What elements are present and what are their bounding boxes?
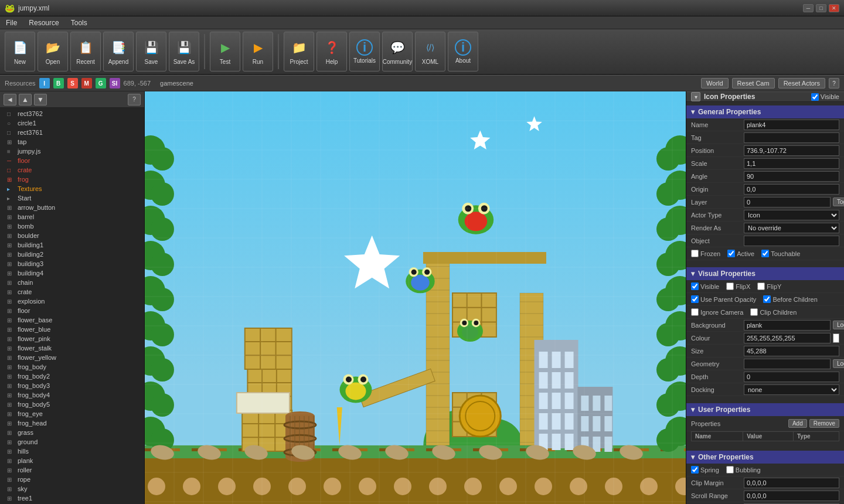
tool-new[interactable]: 📄 New <box>5 32 35 71</box>
tool-test[interactable]: ▶ Test <box>210 32 240 71</box>
maximize-button[interactable]: □ <box>816 4 826 12</box>
menu-file[interactable]: File <box>0 16 23 29</box>
game-canvas[interactable] <box>145 91 686 504</box>
tree-item-frog-red[interactable]: ⊞frog <box>0 175 144 184</box>
background-input[interactable] <box>744 320 831 331</box>
badge-si[interactable]: SI <box>110 78 120 88</box>
tree-item-ground[interactable]: ⊞ground <box>0 437 144 447</box>
minimize-button[interactable]: ─ <box>803 4 814 12</box>
tree-item-tap[interactable]: ⊞tap <box>0 137 144 147</box>
tree-item-flower-yellow[interactable]: ⊞flower_yellow <box>0 353 144 362</box>
active-checkbox-item[interactable]: Active <box>727 250 754 257</box>
tree-item-plank[interactable]: ⊞plank <box>0 456 144 465</box>
ignore-camera-checkbox[interactable] <box>691 308 699 316</box>
tree-item-crate[interactable]: ⊞crate <box>0 287 144 297</box>
tool-append[interactable]: 📑 Append <box>103 32 134 71</box>
size-input[interactable] <box>744 346 839 356</box>
tree-item-frog-eye[interactable]: ⊞frog_eye <box>0 409 144 418</box>
tree-item-arrow-button[interactable]: ⊞arrow_button <box>0 203 144 212</box>
badge-i[interactable]: I <box>39 78 50 88</box>
tool-community[interactable]: 💬 Community <box>382 32 413 71</box>
tree-item-barrel[interactable]: ⊞barrel <box>0 212 144 222</box>
scene-canvas[interactable] <box>145 91 686 504</box>
geometry-locate-button[interactable]: Locate <box>833 359 844 368</box>
reset-actors-button[interactable]: Reset Actors <box>778 78 825 88</box>
tree-item-crate-red[interactable]: □crate <box>0 165 144 175</box>
frozen-checkbox-item[interactable]: Frozen <box>691 250 720 257</box>
menu-resource[interactable]: Resource <box>23 16 64 29</box>
geometry-input[interactable] <box>744 359 831 369</box>
colour-input[interactable] <box>744 333 831 343</box>
badge-b[interactable]: B <box>53 78 64 88</box>
object-input[interactable] <box>744 236 839 246</box>
tool-about[interactable]: i About <box>448 32 478 71</box>
use-parent-opacity-item[interactable]: Use Parent Opacity <box>691 295 756 303</box>
tree-item-floor-red[interactable]: ─floor <box>0 156 144 165</box>
tool-save[interactable]: 💾 Save <box>136 32 166 71</box>
position-input[interactable] <box>744 145 839 156</box>
tool-xoml[interactable]: ⟨/⟩ XOML <box>415 32 445 71</box>
close-button[interactable]: ✕ <box>829 4 839 12</box>
visible-checkbox[interactable] <box>811 93 819 101</box>
tool-tutorials[interactable]: i Tutorials <box>349 32 380 71</box>
tree-item-boulder[interactable]: ⊞boulder <box>0 231 144 240</box>
tool-open[interactable]: 📂 Open <box>38 32 68 71</box>
tree-item-frog-body2[interactable]: ⊞frog_body2 <box>0 372 144 381</box>
tree-item-explosion[interactable]: ⊞explosion <box>0 297 144 306</box>
flipx-checkbox-item[interactable]: FlipX <box>726 282 750 290</box>
tool-help[interactable]: ❓ Help <box>316 32 347 71</box>
tool-project[interactable]: 📁 Project <box>284 32 314 71</box>
touchable-checkbox-item[interactable]: Touchable <box>761 250 800 257</box>
remove-property-button[interactable]: Remove <box>809 419 839 428</box>
vis-visible-checkbox-item[interactable]: Visible <box>691 282 719 290</box>
angle-input[interactable] <box>744 171 839 182</box>
tool-run[interactable]: ▶ Run <box>243 32 273 71</box>
tree-item-flower-base[interactable]: ⊞flower_base <box>0 315 144 325</box>
tree-item-sky[interactable]: ⊞sky <box>0 484 144 493</box>
before-children-checkbox[interactable] <box>763 295 771 303</box>
tree-item-building2[interactable]: ⊞building2 <box>0 250 144 259</box>
panel-help-button[interactable]: ? <box>128 94 141 105</box>
nav-down-button[interactable]: ▼ <box>34 94 47 105</box>
render-as-select[interactable]: No override <box>744 223 839 233</box>
background-locate-button[interactable]: Locate <box>833 321 844 329</box>
reset-cam-button[interactable]: Reset Cam <box>732 78 775 88</box>
tree-item-building3[interactable]: ⊞building3 <box>0 259 144 268</box>
tree-item-circle1[interactable]: ○circle1 <box>0 118 144 128</box>
add-property-button[interactable]: Add <box>788 419 807 428</box>
scroll-range-input[interactable] <box>744 491 839 501</box>
layer-input[interactable] <box>744 197 831 207</box>
tree-item-flower-pink[interactable]: ⊞flower_pink <box>0 334 144 343</box>
tree-item-grass[interactable]: ⊞grass <box>0 428 144 437</box>
tree-item-flower-blue[interactable]: ⊞flower_blue <box>0 325 144 334</box>
tree-item-chain[interactable]: ⊞chain <box>0 278 144 287</box>
scene-help-button[interactable]: ? <box>829 78 839 88</box>
nav-up-button[interactable]: ▲ <box>19 94 32 105</box>
docking-select[interactable]: none top bottom left right <box>744 384 839 395</box>
clip-children-item[interactable]: Clip Children <box>750 308 797 316</box>
actor-type-select[interactable]: Icon Label Canvas <box>744 210 839 220</box>
frozen-checkbox[interactable] <box>691 250 699 257</box>
tree-item-roller[interactable]: ⊞roller <box>0 465 144 475</box>
scale-input[interactable] <box>744 158 839 169</box>
name-input[interactable] <box>744 120 839 130</box>
bubbling-checkbox-item[interactable]: Bubbling <box>726 466 761 474</box>
spring-checkbox-item[interactable]: Spring <box>691 466 719 474</box>
active-checkbox[interactable] <box>727 250 735 257</box>
tree-item-hills[interactable]: ⊞hills <box>0 447 144 456</box>
colour-swatch[interactable] <box>833 333 839 343</box>
touchable-checkbox[interactable] <box>761 250 769 257</box>
origin-input[interactable] <box>744 184 839 195</box>
collapse-button[interactable]: ▾ <box>691 92 700 101</box>
depth-input[interactable] <box>744 372 839 382</box>
toggle-layer-button[interactable]: Toggle Layer <box>833 197 844 206</box>
tree-item-flower-stalk[interactable]: ⊞flower_stalk <box>0 343 144 353</box>
tool-saveas[interactable]: 💾 Save As <box>169 32 199 71</box>
badge-s[interactable]: S <box>67 78 78 88</box>
tree-item-frog-head[interactable]: ⊞frog_head <box>0 418 144 428</box>
badge-m[interactable]: M <box>81 78 92 88</box>
tree-item-floor[interactable]: ⊞floor <box>0 306 144 315</box>
vis-visible-checkbox[interactable] <box>691 282 699 290</box>
tree-item-tree1[interactable]: ⊞tree1 <box>0 493 144 503</box>
flipy-checkbox-item[interactable]: FlipY <box>757 282 781 290</box>
